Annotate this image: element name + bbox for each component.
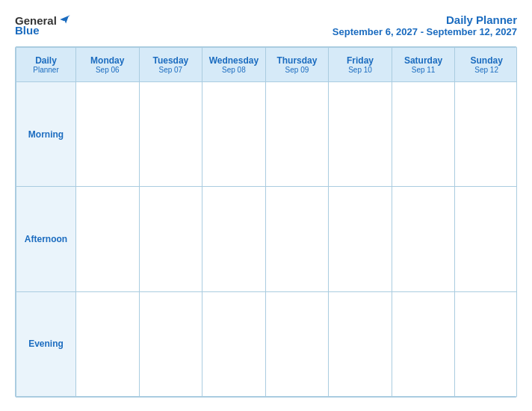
sunday-date: Sep 12 <box>458 66 515 74</box>
evening-wednesday-cell[interactable] <box>202 291 266 396</box>
saturday-name: Saturday <box>395 55 452 66</box>
calendar-table: Daily Planner Monday Sep 06 Tuesday Sep … <box>16 47 517 397</box>
label-header-line1: Daily <box>19 55 72 66</box>
thursday-name: Thursday <box>269 55 326 66</box>
col-friday: Friday Sep 10 <box>329 48 392 82</box>
tuesday-name: Tuesday <box>143 55 200 66</box>
morning-label: Morning <box>16 82 76 187</box>
evening-tuesday-cell[interactable] <box>139 291 202 396</box>
planner-title: Daily Planner <box>332 13 517 26</box>
header: General Blue Daily Planner September 6, … <box>15 13 517 37</box>
evening-sunday-cell[interactable] <box>455 291 517 396</box>
evening-friday-cell[interactable] <box>329 291 392 396</box>
afternoon-wednesday-cell[interactable] <box>202 187 266 291</box>
morning-monday-cell[interactable] <box>76 82 140 187</box>
morning-friday-cell[interactable] <box>329 82 392 187</box>
afternoon-sunday-cell[interactable] <box>455 187 517 291</box>
logo-bird-icon <box>58 13 72 27</box>
monday-name: Monday <box>79 55 136 66</box>
evening-label: Evening <box>16 291 76 396</box>
afternoon-saturday-cell[interactable] <box>392 187 455 291</box>
monday-date: Sep 06 <box>79 66 136 74</box>
logo-area: General Blue <box>15 13 72 37</box>
calendar-header-row: Daily Planner Monday Sep 06 Tuesday Sep … <box>16 48 518 82</box>
date-range: September 6, 2027 - September 12, 2027 <box>332 26 517 37</box>
saturday-date: Sep 11 <box>395 66 452 74</box>
calendar-wrapper: Daily Planner Monday Sep 06 Tuesday Sep … <box>15 46 517 398</box>
wednesday-date: Sep 08 <box>205 66 262 74</box>
evening-thursday-cell[interactable] <box>265 291 329 396</box>
evening-row: Evening <box>16 291 518 396</box>
label-header-line2: Planner <box>19 66 72 74</box>
sunday-name: Sunday <box>458 55 515 66</box>
logo-blue: Blue <box>15 24 40 37</box>
tuesday-date: Sep 07 <box>143 66 200 74</box>
afternoon-friday-cell[interactable] <box>329 187 392 291</box>
col-sunday: Sunday Sep 12 <box>455 48 517 82</box>
morning-sunday-cell[interactable] <box>455 82 517 187</box>
afternoon-thursday-cell[interactable] <box>265 187 329 291</box>
col-thursday: Thursday Sep 09 <box>265 48 329 82</box>
morning-saturday-cell[interactable] <box>392 82 455 187</box>
col-monday: Monday Sep 06 <box>76 48 140 82</box>
morning-wednesday-cell[interactable] <box>202 82 266 187</box>
afternoon-tuesday-cell[interactable] <box>139 187 202 291</box>
col-wednesday: Wednesday Sep 08 <box>202 48 266 82</box>
morning-thursday-cell[interactable] <box>265 82 329 187</box>
morning-tuesday-cell[interactable] <box>139 82 202 187</box>
morning-row: Morning <box>16 82 518 187</box>
afternoon-monday-cell[interactable] <box>76 187 140 291</box>
evening-monday-cell[interactable] <box>76 291 140 396</box>
wednesday-name: Wednesday <box>205 55 262 66</box>
friday-name: Friday <box>332 55 389 66</box>
afternoon-row: Afternoon <box>16 187 518 291</box>
label-header: Daily Planner <box>16 48 76 82</box>
header-right: Daily Planner September 6, 2027 - Septem… <box>332 13 517 37</box>
evening-saturday-cell[interactable] <box>392 291 455 396</box>
thursday-date: Sep 09 <box>269 66 326 74</box>
afternoon-label: Afternoon <box>16 187 76 291</box>
col-saturday: Saturday Sep 11 <box>392 48 455 82</box>
page: General Blue Daily Planner September 6, … <box>0 0 532 411</box>
col-tuesday: Tuesday Sep 07 <box>139 48 202 82</box>
friday-date: Sep 10 <box>332 66 389 74</box>
